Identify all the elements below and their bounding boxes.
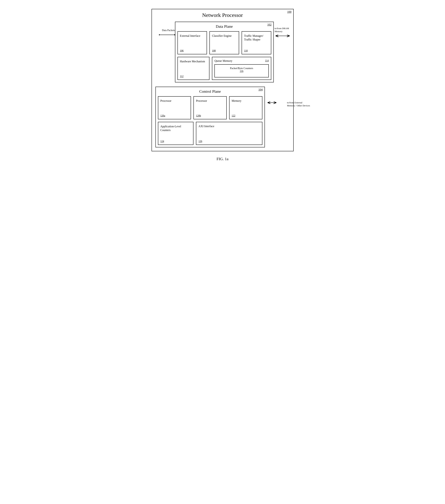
processor-a-label: Processor [160,99,171,103]
app-level-counters-box: Application-Level Counters 124 [158,122,194,145]
memory-label: Memory [232,99,241,103]
ext-mem-arrow-icon [267,101,277,104]
control-plane-number: 104 [259,88,263,91]
external-interface-number: 106 [180,49,184,52]
packet-byte-counters-box: Packet/Byte Counters 116 [214,64,269,77]
packet-byte-counters-number: 116 [217,70,266,73]
queue-memory-header: Queue Memory 114 [214,59,269,63]
network-processor-box: 100 Network Processor Data Packets [151,9,294,151]
hardware-mechanism-number: 112 [180,75,184,78]
queue-memory-number: 114 [265,59,269,62]
control-plane-title: Control Plane [158,89,262,94]
network-processor-number: 100 [287,10,292,14]
data-packets-arrow-icon [159,33,175,36]
hardware-mechanism-label: Hardware Mechanism [180,60,205,63]
classifier-engine-label: Classifier Engine [212,34,232,38]
processor-b-label: Processor [196,99,207,103]
external-interface-box: External Interface 106 [177,31,207,54]
processor-b-number: 120b [196,114,201,117]
classifier-engine-number: 108 [212,49,216,52]
control-plane-box: 104 Control Plane Processor 120a [155,87,265,147]
ext-mem-label: to/from External Memory / Other Devices [287,101,310,107]
app-level-counters-label: Application-Level Counters [160,125,191,132]
hardware-mechanism-box: Hardware Mechanism 112 [177,57,210,80]
processor-b-box: Processor 120b [193,96,227,119]
data-plane-box: 102 Data Plane External Interface 106 [175,22,274,82]
planes-wrapper: Data Packets [155,22,290,147]
network-processor-title: Network Processor [155,12,290,18]
data-packets-arrow-area: Data Packets [155,29,175,36]
axi-interface-box: AXI Interface 126 [196,122,262,145]
data-plane-row1: External Interface 106 Classifier Engine… [177,31,271,54]
data-plane-row2: Hardware Mechanism 112 Queue Memory 114 [177,57,271,80]
external-interface-label: External Interface [180,34,200,38]
data-plane-content: External Interface 106 Classifier Engine… [177,31,271,80]
control-plane-row1: Processor 120a Processor 120b Memory [158,96,262,119]
packet-byte-counters-label: Packet/Byte Counters [217,67,266,70]
axi-interface-label: AXI Interface [198,125,260,128]
processor-a-number: 120a [160,114,165,117]
memory-box: Memory 122 [229,96,262,119]
axi-interface-number: 126 [198,140,260,143]
dram-arrow-icon [275,34,291,38]
queue-memory-label: Queue Memory [214,59,232,63]
control-plane-wrapper: to/from External Memory / Other Devices … [155,87,290,147]
app-level-counters-number: 124 [160,140,164,143]
data-plane-title: Data Plane [177,24,271,29]
processor-a-box: Processor 120a [158,96,191,119]
dram-label: to/from DRAM Memory [275,27,296,33]
control-plane-row2: Application-Level Counters 124 AXI Inter… [158,122,262,145]
memory-number: 122 [232,114,235,117]
dram-arrow-area: to/from DRAM Memory [275,27,296,38]
data-plane-wrapper: Data Packets [175,22,274,82]
data-plane-number: 102 [267,23,272,26]
queue-memory-box: Queue Memory 114 Packet/Byte Counters 11… [212,57,271,80]
page: 100 Network Processor Data Packets [148,3,297,168]
traffic-manager-number: 110 [244,49,248,52]
ext-mem-arrow-area: to/from External Memory / Other Devices [267,101,292,104]
traffic-manager-label: Traffic Manager/ Traffic Shaper [244,34,269,42]
control-plane-content: Processor 120a Processor 120b Memory [158,96,262,145]
data-packets-label: Data Packets [162,29,175,32]
traffic-manager-box: Traffic Manager/ Traffic Shaper 110 [241,31,271,54]
classifier-engine-box: Classifier Engine 108 [209,31,239,54]
figure-caption: FIG. 1a [151,157,294,161]
